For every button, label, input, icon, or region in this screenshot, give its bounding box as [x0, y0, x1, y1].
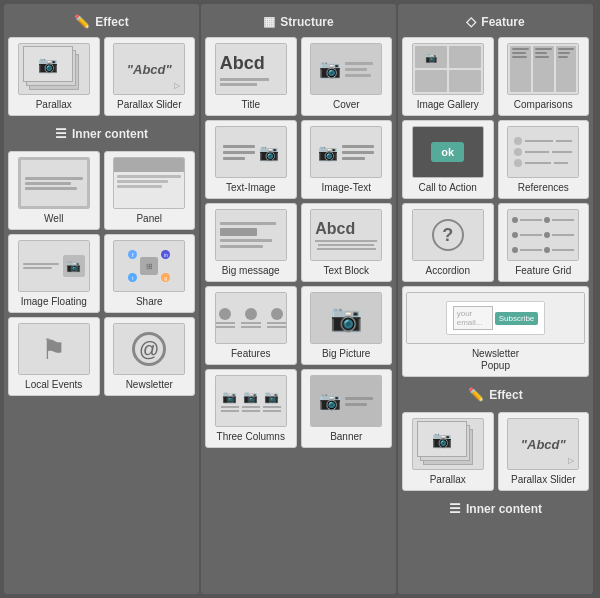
text-image-item[interactable]: 📷 Text-Image: [205, 120, 297, 199]
well-thumb: [18, 157, 90, 209]
feature-section-label: Feature: [481, 15, 524, 29]
title-item[interactable]: Abcd Title: [205, 37, 297, 116]
comparisons-label: Comparisons: [514, 99, 573, 111]
image-floating-label: Image Floating: [21, 296, 87, 308]
cover-label: Cover: [333, 99, 360, 111]
comparisons-item[interactable]: Comparisons: [498, 37, 590, 116]
references-label: References: [518, 182, 569, 194]
cover-item[interactable]: 📷 Cover: [301, 37, 393, 116]
parallax-slider-label: Parallax Slider: [117, 99, 181, 111]
panel-item[interactable]: Panel: [104, 151, 196, 230]
three-columns-label: Three Columns: [217, 431, 285, 443]
three-columns-item[interactable]: 📷 📷 📷: [205, 369, 297, 448]
call-to-action-label: Call to Action: [419, 182, 477, 194]
parallax2-item[interactable]: 📷 Parallax: [402, 412, 494, 491]
inner-content-label: Inner content: [72, 127, 148, 141]
effect2-icon: ✏️: [468, 387, 484, 402]
parallax2-thumb: 📷: [412, 418, 484, 470]
call-to-action-item[interactable]: ok Call to Action: [402, 120, 494, 199]
parallax-item[interactable]: 📷 Parallax: [8, 37, 100, 116]
banner-label: Banner: [330, 431, 362, 443]
big-message-item[interactable]: Big message: [205, 203, 297, 282]
local-events-thumb: ⚑: [18, 323, 90, 375]
feature-header: ◇ Feature: [402, 10, 589, 35]
effect-label: Effect: [95, 15, 128, 29]
inner-content2-header: ☰ Inner content: [402, 497, 589, 522]
parallax-thumb: 📷: [18, 43, 90, 95]
image-gallery-label: Image Gallery: [417, 99, 479, 111]
inner-content2-icon: ☰: [449, 501, 461, 516]
parallax-slider-item[interactable]: "Abcd" ▷ Parallax Slider: [104, 37, 196, 116]
title-label: Title: [241, 99, 260, 111]
local-events-item[interactable]: ⚑ Local Events: [8, 317, 100, 396]
structure-grid: Abcd Title 📷: [205, 37, 392, 448]
effect2-grid: 📷 Parallax "Abcd" ▷ Parallax Slider: [402, 412, 589, 491]
newsletter-thumb: @: [113, 323, 185, 375]
text-block-item[interactable]: Abcd Text Block: [301, 203, 393, 282]
panel-label: Panel: [136, 213, 162, 225]
newsletter-popup-thumb: your email... Subscribe: [406, 292, 585, 344]
feature-grid-thumb: [507, 209, 579, 261]
share-item[interactable]: ⊞ f in t g Share: [104, 234, 196, 313]
inner-content-header: ☰ Inner content: [8, 122, 195, 147]
share-thumb: ⊞ f in t g: [113, 240, 185, 292]
effect-header: ✏️ Effect: [8, 10, 195, 35]
references-thumb: [507, 126, 579, 178]
parallax-label: Parallax: [36, 99, 72, 111]
features-thumb: [215, 292, 287, 344]
text-image-thumb: 📷: [215, 126, 287, 178]
text-image-label: Text-Image: [226, 182, 275, 194]
image-text-item[interactable]: 📷 Image-Text: [301, 120, 393, 199]
accordion-label: Accordion: [426, 265, 470, 277]
big-picture-thumb: 📷: [310, 292, 382, 344]
banner-item[interactable]: 📷 Banner: [301, 369, 393, 448]
structure-label: Structure: [280, 15, 333, 29]
newsletter-label: Newsletter: [126, 379, 173, 391]
local-events-label: Local Events: [25, 379, 82, 391]
panel-thumb: [113, 157, 185, 209]
image-text-label: Image-Text: [322, 182, 371, 194]
newsletter-item[interactable]: @ Newsletter: [104, 317, 196, 396]
inner-content-grid: Well Panel: [8, 151, 195, 396]
feature-grid-item[interactable]: Feature Grid: [498, 203, 590, 282]
structure-header: ▦ Structure: [205, 10, 392, 35]
accordion-thumb: ?: [412, 209, 484, 261]
big-picture-item[interactable]: 📷 Big Picture: [301, 286, 393, 365]
parallax-slider2-thumb: "Abcd" ▷: [507, 418, 579, 470]
call-to-action-thumb: ok: [412, 126, 484, 178]
big-message-label: Big message: [222, 265, 280, 277]
image-gallery-item[interactable]: 📷 Image Gallery: [402, 37, 494, 116]
effect2-label: Effect: [489, 388, 522, 402]
title-thumb: Abcd: [215, 43, 287, 95]
text-block-label: Text Block: [323, 265, 369, 277]
image-floating-item[interactable]: 📷 Image Floating: [8, 234, 100, 313]
share-label: Share: [136, 296, 163, 308]
cta-ok-button: ok: [431, 142, 464, 162]
middle-column: ▦ Structure Abcd Title 📷: [201, 4, 396, 594]
big-picture-label: Big Picture: [322, 348, 370, 360]
comparisons-thumb: [507, 43, 579, 95]
banner-thumb: 📷: [310, 375, 382, 427]
inner-content-icon: ☰: [55, 126, 67, 141]
feature-icon: ◇: [466, 14, 476, 29]
references-item[interactable]: References: [498, 120, 590, 199]
accordion-item[interactable]: ? Accordion: [402, 203, 494, 282]
well-label: Well: [44, 213, 63, 225]
three-columns-thumb: 📷 📷 📷: [215, 375, 287, 427]
parallax-slider2-label: Parallax Slider: [511, 474, 575, 486]
newsletter-popup-item[interactable]: your email... Subscribe NewsletterPopup: [402, 286, 589, 377]
parallax-slider2-item[interactable]: "Abcd" ▷ Parallax Slider: [498, 412, 590, 491]
parallax2-label: Parallax: [430, 474, 466, 486]
cover-thumb: 📷: [310, 43, 382, 95]
accordion-question-icon: ?: [432, 219, 464, 251]
effect2-header: ✏️ Effect: [402, 383, 589, 408]
feature-grid-label: Feature Grid: [515, 265, 571, 277]
right-column: ◇ Feature 📷 Image Gallery: [398, 4, 593, 594]
left-column: ✏️ Effect 📷 Parallax: [4, 4, 199, 594]
structure-icon: ▦: [263, 14, 275, 29]
parallax-slider-thumb: "Abcd" ▷: [113, 43, 185, 95]
well-item[interactable]: Well: [8, 151, 100, 230]
flag-icon: ⚑: [41, 333, 66, 366]
features-item[interactable]: Features: [205, 286, 297, 365]
effect-grid: 📷 Parallax "Abcd" ▷ Parallax Slider: [8, 37, 195, 116]
